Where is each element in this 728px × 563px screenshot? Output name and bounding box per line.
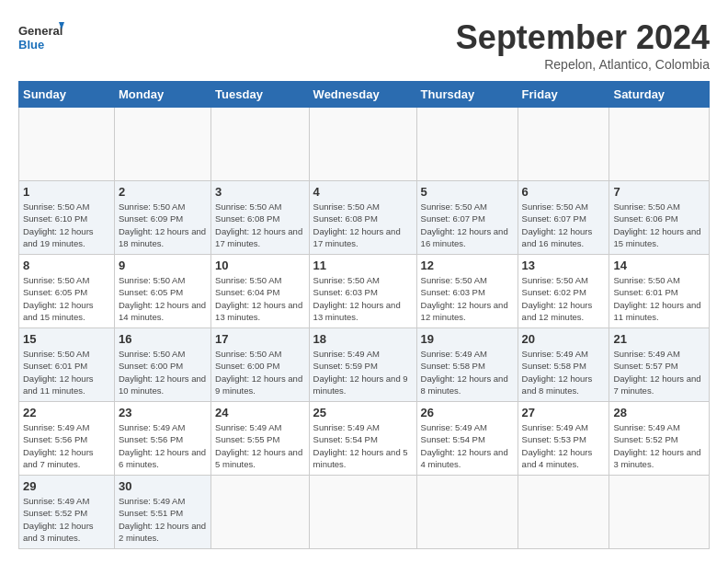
day-number: 27 bbox=[522, 406, 606, 419]
title-area: September 2024 Repelon, Atlantico, Colom… bbox=[456, 18, 710, 72]
logo: General Blue bbox=[18, 18, 64, 60]
table-row: 3 Sunrise: 5:50 AM Sunset: 6:08 PM Dayli… bbox=[211, 181, 310, 255]
day-number: 24 bbox=[215, 406, 305, 419]
day-info: Sunrise: 5:50 AM Sunset: 6:01 PM Dayligh… bbox=[23, 348, 110, 396]
day-number: 12 bbox=[421, 259, 514, 272]
page-header: General Blue September 2024 Repelon, Atl… bbox=[18, 18, 710, 72]
day-info: Sunrise: 5:50 AM Sunset: 6:09 PM Dayligh… bbox=[119, 201, 207, 249]
calendar-header-row: Sunday Monday Tuesday Wednesday Thursday… bbox=[19, 82, 710, 108]
day-info: Sunrise: 5:50 AM Sunset: 6:00 PM Dayligh… bbox=[119, 348, 207, 396]
day-number: 25 bbox=[313, 406, 413, 419]
day-info: Sunrise: 5:50 AM Sunset: 6:02 PM Dayligh… bbox=[522, 274, 606, 323]
day-number: 11 bbox=[313, 259, 413, 272]
table-row: 9 Sunrise: 5:50 AM Sunset: 6:05 PM Dayli… bbox=[115, 255, 211, 328]
table-row bbox=[211, 108, 310, 181]
table-row: 7 Sunrise: 5:50 AM Sunset: 6:06 PM Dayli… bbox=[609, 181, 710, 255]
calendar-week-row: 15 Sunrise: 5:50 AM Sunset: 6:01 PM Dayl… bbox=[19, 328, 710, 402]
table-row: 22 Sunrise: 5:49 AM Sunset: 5:56 PM Dayl… bbox=[19, 402, 115, 476]
table-row: 5 Sunrise: 5:50 AM Sunset: 6:07 PM Dayli… bbox=[416, 181, 518, 255]
calendar-week-row: 29 Sunrise: 5:49 AM Sunset: 5:52 PM Dayl… bbox=[19, 476, 710, 549]
table-row: 14 Sunrise: 5:50 AM Sunset: 6:01 PM Dayl… bbox=[609, 255, 710, 328]
table-row bbox=[416, 476, 518, 549]
day-info: Sunrise: 5:49 AM Sunset: 5:56 PM Dayligh… bbox=[119, 421, 207, 470]
col-saturday: Saturday bbox=[609, 82, 710, 108]
table-row: 16 Sunrise: 5:50 AM Sunset: 6:00 PM Dayl… bbox=[115, 328, 211, 402]
day-info: Sunrise: 5:50 AM Sunset: 6:08 PM Dayligh… bbox=[215, 201, 305, 249]
day-info: Sunrise: 5:50 AM Sunset: 6:08 PM Dayligh… bbox=[313, 201, 413, 249]
table-row: 18 Sunrise: 5:49 AM Sunset: 5:59 PM Dayl… bbox=[309, 328, 416, 402]
day-number: 5 bbox=[421, 185, 514, 199]
day-number: 22 bbox=[23, 406, 110, 419]
table-row: 27 Sunrise: 5:49 AM Sunset: 5:53 PM Dayl… bbox=[518, 402, 609, 476]
col-tuesday: Tuesday bbox=[211, 82, 310, 108]
day-info: Sunrise: 5:50 AM Sunset: 6:03 PM Dayligh… bbox=[421, 274, 514, 323]
table-row: 13 Sunrise: 5:50 AM Sunset: 6:02 PM Dayl… bbox=[518, 255, 609, 328]
table-row: 26 Sunrise: 5:49 AM Sunset: 5:54 PM Dayl… bbox=[416, 402, 518, 476]
day-number: 6 bbox=[522, 185, 606, 199]
day-info: Sunrise: 5:49 AM Sunset: 5:58 PM Dayligh… bbox=[522, 348, 606, 396]
day-number: 14 bbox=[613, 259, 705, 272]
table-row: 11 Sunrise: 5:50 AM Sunset: 6:03 PM Dayl… bbox=[309, 255, 416, 328]
day-info: Sunrise: 5:49 AM Sunset: 5:51 PM Dayligh… bbox=[119, 495, 207, 544]
table-row bbox=[211, 476, 310, 549]
calendar-table: Sunday Monday Tuesday Wednesday Thursday… bbox=[18, 81, 710, 549]
day-number: 28 bbox=[613, 406, 705, 419]
day-number: 16 bbox=[119, 332, 207, 346]
day-number: 26 bbox=[421, 406, 514, 419]
day-number: 19 bbox=[421, 332, 514, 346]
day-number: 21 bbox=[613, 332, 705, 346]
table-row bbox=[416, 108, 518, 181]
day-info: Sunrise: 5:50 AM Sunset: 6:07 PM Dayligh… bbox=[522, 201, 606, 249]
table-row: 2 Sunrise: 5:50 AM Sunset: 6:09 PM Dayli… bbox=[115, 181, 211, 255]
day-info: Sunrise: 5:50 AM Sunset: 6:07 PM Dayligh… bbox=[421, 201, 514, 249]
day-number: 23 bbox=[119, 406, 207, 419]
day-info: Sunrise: 5:50 AM Sunset: 6:03 PM Dayligh… bbox=[313, 274, 413, 323]
day-number: 3 bbox=[215, 185, 305, 199]
day-number: 17 bbox=[215, 332, 305, 346]
day-number: 18 bbox=[313, 332, 413, 346]
month-title: September 2024 bbox=[456, 18, 710, 57]
calendar-week-row: 8 Sunrise: 5:50 AM Sunset: 6:05 PM Dayli… bbox=[19, 255, 710, 328]
col-sunday: Sunday bbox=[19, 82, 115, 108]
day-info: Sunrise: 5:49 AM Sunset: 5:59 PM Dayligh… bbox=[313, 348, 413, 396]
day-number: 7 bbox=[613, 185, 705, 199]
day-number: 29 bbox=[23, 479, 110, 493]
table-row: 20 Sunrise: 5:49 AM Sunset: 5:58 PM Dayl… bbox=[518, 328, 609, 402]
day-number: 8 bbox=[23, 259, 110, 272]
day-info: Sunrise: 5:49 AM Sunset: 5:54 PM Dayligh… bbox=[313, 421, 413, 470]
day-info: Sunrise: 5:49 AM Sunset: 5:57 PM Dayligh… bbox=[613, 348, 705, 396]
table-row: 21 Sunrise: 5:49 AM Sunset: 5:57 PM Dayl… bbox=[609, 328, 710, 402]
day-info: Sunrise: 5:49 AM Sunset: 5:58 PM Dayligh… bbox=[421, 348, 514, 396]
table-row: 30 Sunrise: 5:49 AM Sunset: 5:51 PM Dayl… bbox=[115, 476, 211, 549]
table-row: 29 Sunrise: 5:49 AM Sunset: 5:52 PM Dayl… bbox=[19, 476, 115, 549]
table-row: 6 Sunrise: 5:50 AM Sunset: 6:07 PM Dayli… bbox=[518, 181, 609, 255]
day-info: Sunrise: 5:49 AM Sunset: 5:55 PM Dayligh… bbox=[215, 421, 305, 470]
day-info: Sunrise: 5:50 AM Sunset: 6:05 PM Dayligh… bbox=[23, 274, 110, 323]
table-row: 17 Sunrise: 5:50 AM Sunset: 6:00 PM Dayl… bbox=[211, 328, 310, 402]
table-row bbox=[518, 108, 609, 181]
col-thursday: Thursday bbox=[416, 82, 518, 108]
logo-svg: General Blue bbox=[18, 18, 64, 60]
day-info: Sunrise: 5:49 AM Sunset: 5:53 PM Dayligh… bbox=[522, 421, 606, 470]
calendar-week-row: 1 Sunrise: 5:50 AM Sunset: 6:10 PM Dayli… bbox=[19, 181, 710, 255]
day-number: 1 bbox=[23, 185, 110, 199]
table-row: 10 Sunrise: 5:50 AM Sunset: 6:04 PM Dayl… bbox=[211, 255, 310, 328]
day-number: 20 bbox=[522, 332, 606, 346]
day-number: 4 bbox=[313, 185, 413, 199]
day-number: 2 bbox=[119, 185, 207, 199]
table-row: 8 Sunrise: 5:50 AM Sunset: 6:05 PM Dayli… bbox=[19, 255, 115, 328]
col-monday: Monday bbox=[115, 82, 211, 108]
table-row: 15 Sunrise: 5:50 AM Sunset: 6:01 PM Dayl… bbox=[19, 328, 115, 402]
table-row: 24 Sunrise: 5:49 AM Sunset: 5:55 PM Dayl… bbox=[211, 402, 310, 476]
svg-text:General: General bbox=[18, 24, 63, 38]
day-info: Sunrise: 5:50 AM Sunset: 6:06 PM Dayligh… bbox=[613, 201, 705, 249]
day-info: Sunrise: 5:50 AM Sunset: 6:00 PM Dayligh… bbox=[215, 348, 305, 396]
day-info: Sunrise: 5:49 AM Sunset: 5:52 PM Dayligh… bbox=[23, 495, 110, 544]
day-number: 15 bbox=[23, 332, 110, 346]
day-number: 30 bbox=[119, 479, 207, 493]
table-row: 28 Sunrise: 5:49 AM Sunset: 5:52 PM Dayl… bbox=[609, 402, 710, 476]
table-row bbox=[609, 108, 710, 181]
table-row bbox=[309, 476, 416, 549]
day-info: Sunrise: 5:49 AM Sunset: 5:52 PM Dayligh… bbox=[613, 421, 705, 470]
day-number: 9 bbox=[119, 259, 207, 272]
